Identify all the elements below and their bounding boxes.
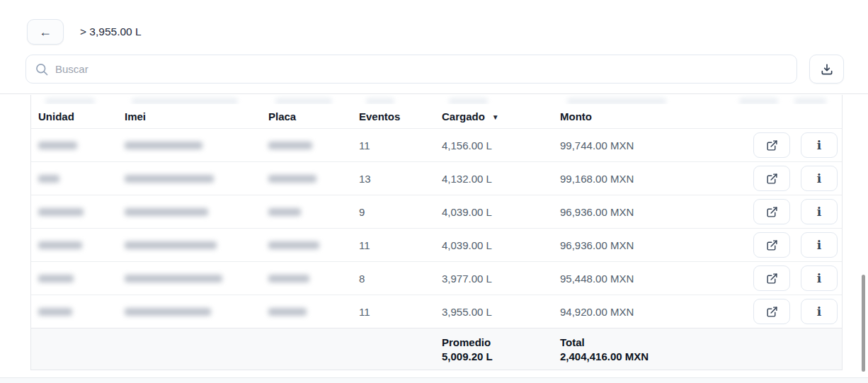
redacted-unidad	[38, 241, 82, 249]
download-button[interactable]	[809, 55, 844, 84]
arrow-left-icon: ←	[39, 25, 52, 40]
column-header-cargado[interactable]: Cargado ▼	[442, 110, 560, 122]
open-external-button[interactable]	[753, 199, 790, 224]
redacted-unidad	[38, 208, 84, 216]
open-external-button[interactable]	[753, 166, 790, 191]
column-header-monto[interactable]: Monto	[560, 110, 753, 122]
column-header-unidad[interactable]: Unidad	[38, 110, 125, 122]
table-row: 11 3,955.00 L 94,920.00 MXN i	[31, 295, 842, 328]
redacted-unidad	[38, 142, 77, 149]
open-external-icon	[766, 139, 778, 152]
cell-eventos: 11	[359, 139, 442, 152]
back-button[interactable]: ←	[27, 19, 64, 45]
search-icon	[35, 62, 49, 76]
redacted-placa	[268, 175, 316, 183]
redacted-unidad	[38, 275, 74, 282]
promedio-value: 5,009.20 L	[442, 350, 560, 362]
redacted-unidad	[38, 308, 72, 316]
info-icon: i	[817, 173, 821, 185]
redacted-placa	[268, 208, 301, 216]
redacted-placa	[268, 308, 307, 316]
cell-cargado: 4,039.00 L	[442, 239, 560, 251]
cell-eventos: 9	[359, 206, 442, 218]
open-external-button[interactable]	[753, 265, 790, 291]
total-value: 2,404,416.00 MXN	[560, 350, 753, 362]
column-header-eventos[interactable]: Eventos	[359, 110, 442, 122]
redacted-placa	[268, 275, 309, 282]
search-row	[25, 55, 844, 84]
cell-eventos: 13	[359, 173, 442, 185]
cell-monto: 96,936.00 MXN	[560, 239, 753, 251]
promedio-label: Promedio	[442, 336, 560, 348]
open-external-icon	[766, 173, 778, 185]
open-external-button[interactable]	[753, 232, 790, 258]
page: ← > 3,955.00 L	[0, 0, 868, 383]
top-bar: ← > 3,955.00 L	[0, 0, 868, 94]
summary-total: Total 2,404,416.00 MXN	[560, 336, 753, 362]
cell-eventos: 11	[359, 306, 442, 318]
cell-monto: 95,448.00 MXN	[560, 273, 753, 285]
redacted-imei	[125, 275, 222, 282]
table-row: 13 4,132.00 L 99,168.00 MXN i	[31, 161, 842, 195]
open-external-icon	[766, 306, 778, 318]
cell-cargado: 4,039.00 L	[442, 206, 560, 218]
breadcrumb: > 3,955.00 L	[80, 25, 142, 38]
cell-cargado: 4,132.00 L	[442, 173, 560, 185]
cell-monto: 94,920.00 MXN	[560, 306, 753, 318]
download-tray-icon	[820, 62, 834, 76]
cell-monto: 99,168.00 MXN	[560, 173, 753, 185]
table-row: 8 3,977.00 L 95,448.00 MXN i	[31, 261, 842, 295]
table-row: 11 4,156.00 L 99,744.00 MXN i	[31, 128, 842, 161]
sort-desc-icon[interactable]: ▼	[492, 113, 499, 121]
info-icon: i	[817, 239, 821, 251]
cell-monto: 96,936.00 MXN	[560, 206, 753, 218]
info-icon: i	[817, 206, 821, 218]
cell-cargado: 4,156.00 L	[442, 139, 560, 152]
info-icon: i	[817, 273, 821, 285]
redacted-imei	[125, 308, 211, 316]
cell-eventos: 8	[359, 273, 442, 285]
next-section-edge	[0, 377, 868, 383]
info-button[interactable]: i	[801, 232, 838, 258]
scrolled-row-peek	[31, 95, 842, 104]
search-box[interactable]	[25, 55, 797, 84]
info-button[interactable]: i	[801, 166, 838, 191]
column-header-imei[interactable]: Imei	[125, 110, 268, 122]
redacted-placa	[268, 241, 319, 249]
info-button[interactable]: i	[801, 299, 838, 324]
summary-promedio: Promedio 5,009.20 L	[442, 336, 560, 362]
redacted-imei	[125, 208, 208, 216]
redacted-imei	[125, 142, 202, 149]
redacted-unidad	[38, 175, 59, 183]
info-icon: i	[817, 306, 821, 318]
redacted-imei	[125, 175, 214, 183]
search-input[interactable]	[55, 63, 788, 75]
cell-cargado: 3,977.00 L	[442, 273, 560, 285]
cell-cargado: 3,955.00 L	[442, 306, 560, 318]
info-button[interactable]: i	[801, 265, 838, 291]
table-header-row: Unidad Imei Placa Eventos Cargado ▼ Mont…	[31, 104, 842, 128]
open-external-button[interactable]	[753, 299, 790, 324]
cell-eventos: 11	[359, 239, 442, 251]
redacted-placa	[268, 142, 312, 149]
total-label: Total	[560, 336, 753, 348]
table-summary-row: Promedio 5,009.20 L Total 2,404,416.00 M…	[31, 328, 842, 370]
redacted-imei	[125, 241, 217, 249]
open-external-icon	[766, 273, 778, 285]
open-external-icon	[766, 206, 778, 218]
table-row: 11 4,039.00 L 96,936.00 MXN i	[31, 228, 842, 261]
column-header-placa[interactable]: Placa	[268, 110, 359, 122]
info-button[interactable]: i	[801, 199, 838, 224]
open-external-icon	[766, 239, 778, 251]
info-button[interactable]: i	[801, 132, 838, 158]
vertical-scrollbar[interactable]	[862, 275, 865, 372]
open-external-button[interactable]	[753, 132, 790, 158]
cell-monto: 99,744.00 MXN	[560, 139, 753, 152]
info-icon: i	[817, 139, 821, 152]
table-row: 9 4,039.00 L 96,936.00 MXN i	[31, 195, 842, 228]
results-table-card: Unidad Imei Placa Eventos Cargado ▼ Mont…	[30, 95, 843, 370]
